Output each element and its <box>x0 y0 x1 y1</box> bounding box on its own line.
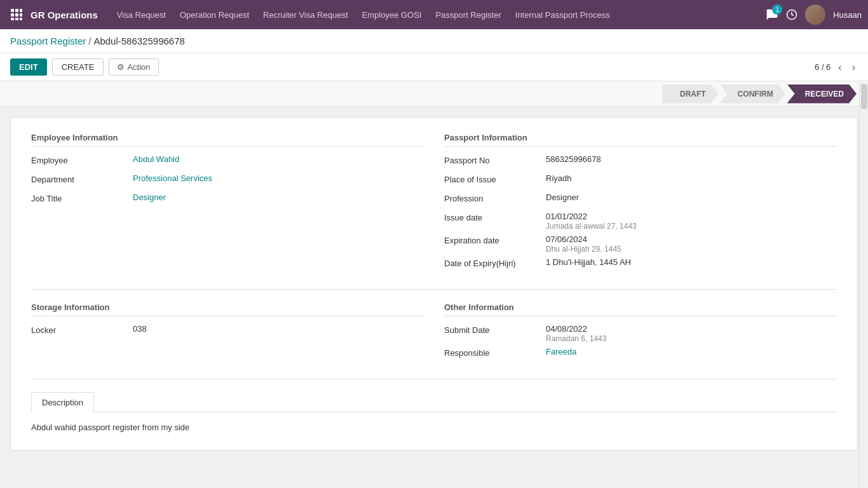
divider-1 <box>31 289 837 290</box>
svg-rect-2 <box>20 9 22 12</box>
divider-2 <box>31 379 837 379</box>
form-card: Employee Information Employee Abdul Wahi… <box>10 117 858 451</box>
nav-visa-request[interactable]: Visa Request <box>111 6 172 24</box>
submit-date-values: 04/08/2022 Ramadan 6, 1443 <box>546 324 606 343</box>
main-content: Employee Information Employee Abdul Wahi… <box>0 107 868 480</box>
profession-value: Designer <box>546 193 579 202</box>
locker-field-row: Locker 038 <box>31 324 424 339</box>
svg-rect-7 <box>15 18 18 20</box>
avatar[interactable] <box>805 4 825 25</box>
storage-section: Storage Information Locker 038 <box>31 302 424 366</box>
place-issue-label: Place of Issue <box>444 173 546 184</box>
nav-internal-passport-process[interactable]: Internal Passport Process <box>509 6 616 24</box>
other-section: Other Information Submit Date 04/08/2022… <box>444 302 837 366</box>
breadcrumb-current: Abdul-586325996678 <box>93 36 184 46</box>
action-label: Action <box>127 62 150 72</box>
department-field-row: Department Professional Services <box>31 173 424 189</box>
svg-rect-3 <box>11 13 14 17</box>
employee-label: Employee <box>31 154 133 165</box>
status-bar: DRAFT CONFIRM RECEIVED <box>0 81 868 107</box>
clock-icon[interactable] <box>786 9 797 20</box>
submit-date-field-row: Submit Date 04/08/2022 Ramadan 6, 1443 <box>444 324 837 343</box>
employee-field-row: Employee Abdul Wahid <box>31 154 424 170</box>
status-received[interactable]: RECEIVED <box>787 85 857 104</box>
nav-operation-request[interactable]: Operation Request <box>173 6 255 24</box>
svg-rect-8 <box>20 18 22 20</box>
bottom-form-row: Storage Information Locker 038 Other Inf… <box>31 302 837 366</box>
breadcrumb-separator: / <box>88 36 91 46</box>
date-expiry-hijri-label: Date of Expiry(Hijri) <box>444 257 546 268</box>
notifications-button[interactable]: 1 <box>766 8 778 21</box>
issue-date-values: 01/01/2022 Jumada al-awwal 27, 1443 <box>546 212 637 231</box>
toolbar: EDIT CREATE ⚙ Action 6 / 6 ‹ › <box>0 53 868 81</box>
issue-date-field-row: Issue date 01/01/2022 Jumada al-awwal 27… <box>444 212 837 231</box>
expiration-date-values: 07/06/2024 Dhu al-Hijjah 29, 1445 <box>546 234 621 254</box>
notification-badge: 1 <box>772 4 782 15</box>
nav-employee-gosi[interactable]: Employee GOSI <box>356 6 428 24</box>
job-title-value[interactable]: Designer <box>133 193 166 202</box>
issue-date-label: Issue date <box>444 212 546 222</box>
passport-section-title: Passport Information <box>444 133 837 147</box>
next-record-button[interactable]: › <box>850 60 858 74</box>
expiration-date-hijri: Dhu al-Hijjah 29, 1445 <box>546 245 621 254</box>
job-title-label: Job Title <box>31 193 133 203</box>
status-draft[interactable]: DRAFT <box>662 85 719 104</box>
employee-section-title: Employee Information <box>31 133 424 147</box>
responsible-field-row: Responsible Fareeda <box>444 347 837 362</box>
locker-label: Locker <box>31 324 133 335</box>
job-title-field-row: Job Title Designer <box>31 193 424 208</box>
date-expiry-hijri-field-row: Date of Expiry(Hijri) 1 Dhu'l-Hijjah, 14… <box>444 257 837 273</box>
employee-section: Employee Information Employee Abdul Wahi… <box>31 133 424 276</box>
passport-no-field-row: Passport No 586325996678 <box>444 154 837 170</box>
app-brand: GR Operations <box>31 10 98 20</box>
status-confirm[interactable]: CONFIRM <box>720 85 786 104</box>
locker-value: 038 <box>133 324 147 334</box>
topnav-right: 1 Husaan <box>766 4 862 25</box>
top-form-row: Employee Information Employee Abdul Wahi… <box>31 133 837 276</box>
gear-icon: ⚙ <box>117 62 125 72</box>
issue-date-hijri: Jumada al-awwal 27, 1443 <box>546 222 637 231</box>
scroll-thumb[interactable] <box>861 84 867 109</box>
responsible-label: Responsible <box>444 347 546 358</box>
scrollbar[interactable] <box>859 83 868 480</box>
edit-button[interactable]: EDIT <box>10 58 47 76</box>
passport-no-value: 586325996678 <box>546 154 601 164</box>
description-content: Abdul wahid passport register from my si… <box>31 420 837 435</box>
tab-description[interactable]: Description <box>31 392 94 412</box>
breadcrumb-parent[interactable]: Passport Register <box>10 36 86 46</box>
expiration-date-label: Expiration date <box>444 234 546 245</box>
issue-date-value: 01/01/2022 <box>546 212 637 221</box>
submit-date-value: 04/08/2022 <box>546 324 606 334</box>
profession-field-row: Profession Designer <box>444 193 837 208</box>
record-navigation: 6 / 6 ‹ › <box>815 60 858 74</box>
breadcrumb: Passport Register / Abdul-586325996678 <box>0 29 868 53</box>
svg-rect-5 <box>20 13 22 17</box>
storage-section-title: Storage Information <box>31 302 424 316</box>
department-label: Department <box>31 173 133 184</box>
nav-passport-register[interactable]: Passport Register <box>429 6 507 24</box>
svg-rect-1 <box>15 9 18 12</box>
grid-menu-icon[interactable] <box>6 4 27 25</box>
employee-value[interactable]: Abdul Wahid <box>133 154 179 164</box>
place-issue-field-row: Place of Issue Riyadh <box>444 173 837 189</box>
submit-date-label: Submit Date <box>444 324 546 335</box>
svg-rect-4 <box>15 13 18 17</box>
profession-label: Profession <box>444 193 546 203</box>
department-value[interactable]: Professional Services <box>133 173 212 183</box>
passport-section: Passport Information Passport No 5863259… <box>444 133 837 276</box>
responsible-value[interactable]: Fareeda <box>546 347 576 356</box>
create-button[interactable]: CREATE <box>52 58 104 76</box>
action-button[interactable]: ⚙ Action <box>109 58 158 76</box>
svg-rect-0 <box>11 9 14 12</box>
tab-bar: Description <box>31 392 837 412</box>
other-section-title: Other Information <box>444 302 837 316</box>
nav-links: Visa Request Operation Request Recruiter… <box>111 6 762 24</box>
expiration-date-value: 07/06/2024 <box>546 234 621 244</box>
passport-no-label: Passport No <box>444 154 546 165</box>
username: Husaan <box>833 10 862 20</box>
submit-date-hijri: Ramadan 6, 1443 <box>546 334 606 343</box>
nav-recruiter-visa-request[interactable]: Recruiter Visa Request <box>257 6 354 24</box>
top-navigation: GR Operations Visa Request Operation Req… <box>0 0 868 29</box>
prev-record-button[interactable]: ‹ <box>836 60 844 74</box>
svg-rect-6 <box>11 18 14 20</box>
